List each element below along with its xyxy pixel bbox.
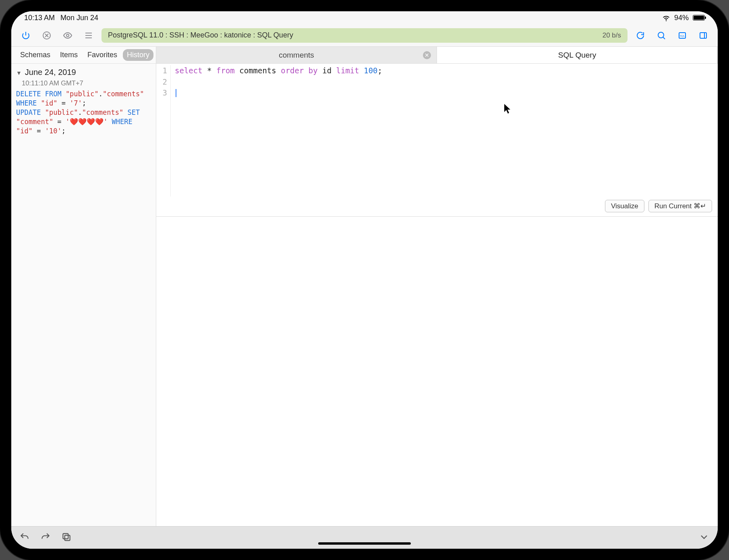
battery-icon	[693, 15, 705, 21]
status-date: Mon Jun 24	[60, 14, 98, 22]
visualize-button[interactable]: Visualize	[605, 200, 644, 212]
connection-pill[interactable]: PostgreSQL 11.0 : SSH : MeeGoo : katonic…	[101, 28, 628, 43]
close-icon[interactable]: ✕	[423, 51, 431, 59]
sidebar-tab-favorites[interactable]: Favorites	[83, 49, 121, 61]
tab-sql-query[interactable]: SQL Query	[437, 47, 718, 63]
home-indicator	[318, 542, 411, 545]
tab-comments-label: comments	[279, 51, 314, 60]
list-icon[interactable]	[81, 27, 97, 44]
battery-percent: 94%	[674, 14, 689, 22]
chevron-down-icon[interactable]	[698, 537, 710, 544]
eye-icon[interactable]	[60, 27, 76, 44]
copy-icon[interactable]	[61, 532, 72, 544]
history-sql-snippet[interactable]: DELETE FROM "public"."comments"WHERE "id…	[11, 89, 156, 141]
history-timestamp: 10:11:10 AM GMT+7	[11, 79, 156, 89]
connection-label: PostgreSQL 11.0 : SSH : MeeGoo : katonic…	[108, 31, 293, 39]
svg-rect-6	[700, 33, 706, 38]
tab-sql-query-label: SQL Query	[558, 51, 596, 60]
sql-icon[interactable]: SQL	[674, 27, 690, 44]
wifi-icon	[662, 15, 670, 21]
status-time: 10:13 AM	[24, 14, 55, 22]
cancel-icon[interactable]	[39, 27, 55, 44]
connection-rate: 20 b/s	[603, 31, 621, 39]
ipad-frame: 10:13 AM Mon Jun 24 94%	[0, 0, 729, 560]
svg-rect-7	[65, 535, 70, 540]
power-icon[interactable]	[18, 27, 34, 44]
main-split: Schemas Items Favorites History ▼ June 2…	[11, 47, 718, 526]
screen: 10:13 AM Mon Jun 24 94%	[11, 11, 718, 549]
history-date-label: June 24, 2019	[25, 68, 76, 77]
sql-editor[interactable]: 1 2 3 select * from comments order by id…	[156, 64, 718, 197]
sidebar: Schemas Items Favorites History ▼ June 2…	[11, 47, 156, 526]
editor-gutter: 1 2 3	[156, 65, 171, 197]
svg-point-0	[666, 21, 667, 21]
svg-point-2	[66, 34, 69, 37]
run-current-button[interactable]: Run Current ⌘↵	[648, 200, 712, 212]
svg-text:SQL: SQL	[680, 35, 685, 37]
svg-point-3	[658, 32, 664, 38]
sidebar-tab-items[interactable]: Items	[56, 49, 82, 61]
bottom-bar	[11, 526, 718, 549]
panels-icon[interactable]	[695, 27, 711, 44]
sidebar-tab-schemas[interactable]: Schemas	[16, 49, 54, 61]
search-icon[interactable]	[653, 27, 669, 44]
redo-icon[interactable]	[40, 532, 51, 544]
document-tab-strip: comments ✕ SQL Query	[156, 47, 718, 64]
sidebar-tab-history[interactable]: History	[123, 49, 153, 61]
results-area	[156, 217, 718, 526]
status-bar: 10:13 AM Mon Jun 24 94%	[11, 11, 718, 24]
disclosure-triangle-icon: ▼	[16, 70, 22, 76]
editor-code[interactable]: select * from comments order by id limit…	[171, 65, 718, 197]
refresh-icon[interactable]	[632, 27, 648, 44]
undo-icon[interactable]	[19, 532, 30, 544]
sql-editor-panel: 1 2 3 select * from comments order by id…	[156, 64, 718, 217]
tab-comments[interactable]: comments ✕	[156, 47, 437, 63]
editor-actions: Visualize Run Current ⌘↵	[156, 197, 718, 216]
svg-rect-8	[63, 533, 68, 539]
right-pane: comments ✕ SQL Query 1 2 3 select * from…	[156, 47, 718, 526]
history-date-header[interactable]: ▼ June 24, 2019	[11, 64, 156, 79]
sidebar-tabs: Schemas Items Favorites History	[11, 47, 156, 64]
app-toolbar: PostgreSQL 11.0 : SSH : MeeGoo : katonic…	[11, 24, 718, 47]
